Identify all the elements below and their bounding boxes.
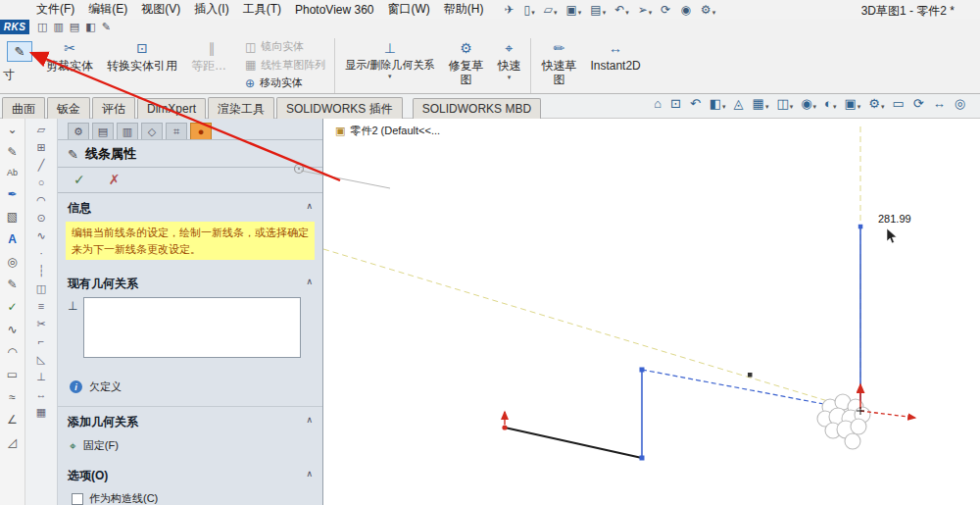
circle-tool-icon[interactable]: ○ bbox=[38, 177, 45, 188]
existing-relations-header[interactable]: 现有几何关系 ∧ bbox=[58, 269, 322, 295]
commandmanager-tab[interactable]: SOLIDWORKS MBD bbox=[413, 98, 541, 120]
linear-sketch-pattern-button[interactable]: ▦ 线性草图阵列 bbox=[245, 58, 325, 73]
sketch-start-point[interactable] bbox=[502, 425, 507, 429]
view-orientation-icon[interactable]: ▦▾ bbox=[753, 97, 769, 110]
sketch-endpoint[interactable] bbox=[858, 225, 863, 229]
rebuild-icon[interactable]: ⟳ bbox=[661, 4, 671, 16]
grid-icon[interactable]: ⊞ bbox=[36, 142, 45, 153]
sketch-endpoint[interactable] bbox=[640, 456, 645, 461]
display-delete-relations-button[interactable]: ⊥ 显示/删除几何关系 ▾ bbox=[338, 38, 441, 93]
options-section-header[interactable]: 选项(O) ∧ bbox=[58, 461, 322, 487]
pm-tab-configuration[interactable]: ▤ bbox=[92, 123, 114, 139]
arc-tool-icon[interactable]: ◠ bbox=[36, 195, 46, 206]
trim-entities-button[interactable]: ✂ 剪裁实体 bbox=[39, 38, 100, 93]
triangle-icon[interactable]: ◿ bbox=[8, 436, 17, 448]
view-settings-icon[interactable]: ⚙▾ bbox=[868, 97, 884, 110]
wave-icon[interactable]: ≈ bbox=[9, 391, 16, 403]
open-icon[interactable]: ▱▾ bbox=[544, 4, 558, 16]
menu-item[interactable]: 窗口(W) bbox=[381, 0, 437, 20]
arc-icon[interactable]: ◠ bbox=[7, 346, 17, 358]
dimension-icon[interactable]: ↔ bbox=[36, 389, 47, 400]
pan-view-icon[interactable]: ↔ bbox=[933, 97, 947, 110]
offset-entities-button[interactable]: ∥ 等距实体 bbox=[184, 38, 239, 93]
commandmanager-tab[interactable]: DimXpert bbox=[137, 98, 206, 120]
select-cursor-icon[interactable]: ➢▾ bbox=[638, 4, 653, 16]
abc-spell-icon[interactable]: Ab bbox=[7, 169, 18, 177]
split-view-icon[interactable]: ◧ bbox=[85, 21, 95, 33]
dimension-value[interactable]: 281.99 bbox=[878, 213, 911, 225]
appearance-ball-icon[interactable]: ◉ bbox=[680, 4, 691, 16]
zoom-to-area-icon[interactable]: ⊡ bbox=[670, 97, 682, 110]
check-icon[interactable]: ✓ bbox=[7, 301, 17, 313]
move-entities-button[interactable]: ⊕ 移动实体 bbox=[245, 76, 325, 90]
add-relations-header[interactable]: 添加几何关系 ∧ bbox=[58, 407, 322, 433]
rectangle-icon[interactable]: ▭ bbox=[7, 369, 18, 380]
construction-line-checkbox[interactable] bbox=[72, 493, 83, 505]
fillet-icon[interactable]: ⌐ bbox=[38, 336, 44, 347]
ink-pen-icon[interactable]: ✒ bbox=[7, 188, 17, 200]
centerline-icon[interactable]: ┆ bbox=[38, 266, 45, 277]
angle-icon[interactable]: ∠ bbox=[7, 414, 18, 426]
pm-tab-filter[interactable]: ⌗ bbox=[166, 123, 187, 139]
text-icon[interactable]: A bbox=[8, 233, 17, 245]
pm-tab-dimxpert[interactable]: ▥ bbox=[117, 123, 138, 139]
sketch-viewport[interactable]: 281.99 bbox=[323, 119, 980, 505]
undo-icon[interactable]: ↶▾ bbox=[614, 4, 629, 16]
menu-item[interactable]: 编辑(E) bbox=[81, 0, 134, 20]
annotate-pen-icon[interactable]: ✎ bbox=[102, 21, 111, 33]
menu-item[interactable]: 视图(V) bbox=[134, 0, 187, 20]
magnifier-icon[interactable]: ◎ bbox=[7, 256, 17, 268]
cascade-windows-icon[interactable]: ◫ bbox=[37, 21, 47, 33]
annotation-view-icon[interactable]: ◬ bbox=[734, 97, 745, 110]
trim-icon[interactable]: ✂ bbox=[36, 319, 45, 329]
menu-item[interactable]: 文件(F) bbox=[29, 0, 81, 20]
fix-relation-button[interactable]: ⌖ 固定(F) bbox=[58, 433, 322, 461]
display-style-icon[interactable]: ◫▾ bbox=[776, 97, 793, 110]
save-icon[interactable]: ▣▾ bbox=[565, 4, 581, 16]
pm-tab-active[interactable]: ● bbox=[190, 123, 212, 139]
relations-listbox[interactable] bbox=[83, 297, 301, 358]
ok-button[interactable]: ✓ bbox=[74, 172, 85, 187]
sketch-endpoint[interactable] bbox=[640, 368, 645, 373]
pm-tab-display[interactable]: ◇ bbox=[141, 123, 163, 139]
sketch-line-black[interactable] bbox=[505, 428, 642, 458]
repair-sketch-button[interactable]: ⚙ 修复草图 bbox=[441, 38, 490, 93]
construction-line-diagonal[interactable] bbox=[323, 249, 860, 411]
print-icon[interactable]: ▤▾ bbox=[590, 4, 606, 16]
smart-dimension-icon[interactable]: ✎ bbox=[7, 146, 17, 158]
hide-show-items-icon[interactable]: ◉▾ bbox=[801, 97, 816, 110]
magnifier-icon[interactable]: ◎ bbox=[955, 97, 966, 110]
pencil-icon[interactable]: ✎ bbox=[7, 278, 17, 290]
pm-tab-property[interactable]: ⚙ bbox=[68, 123, 89, 139]
quick-snaps-button[interactable]: ⌖ 快速 ▾ bbox=[490, 38, 527, 93]
feature-tree-item[interactable]: ▣ 零件2 (Default<<... bbox=[335, 124, 440, 138]
graphics-area[interactable]: ▣ 零件2 (Default<<... bbox=[323, 119, 980, 505]
sketch-tab-icon[interactable]: ▱ bbox=[37, 125, 45, 135]
cancel-button[interactable]: ✗ bbox=[109, 172, 121, 187]
rapid-sketch-button[interactable]: ✏ 快速草图 bbox=[534, 38, 583, 93]
options-gear-icon[interactable]: ⚙▾ bbox=[701, 4, 715, 16]
edit-appearance-icon[interactable]: ◐▾ bbox=[824, 97, 836, 110]
pattern-icon[interactable]: ▦ bbox=[36, 407, 46, 418]
mirror-icon[interactable]: ◫ bbox=[36, 283, 46, 294]
apply-scene-icon[interactable]: ▣▾ bbox=[844, 97, 860, 110]
mirror-entities-button[interactable]: ◫ 镜向实体 bbox=[245, 39, 325, 54]
menu-item[interactable]: 工具(T) bbox=[236, 0, 288, 20]
camera-view-icon[interactable]: ▭ bbox=[892, 97, 905, 110]
info-section-header[interactable]: 信息 ∧ bbox=[58, 193, 322, 220]
section-view-icon[interactable]: ◧▾ bbox=[710, 97, 726, 110]
point-icon[interactable]: · bbox=[39, 248, 43, 259]
line-tool-button[interactable]: ✎ bbox=[7, 41, 32, 62]
menu-item[interactable]: PhotoView 360 bbox=[288, 1, 381, 19]
viewport-icon[interactable]: ▤ bbox=[70, 21, 79, 33]
ellipse-icon[interactable]: ⊙ bbox=[36, 213, 45, 224]
convert-entities-button[interactable]: ⊡ 转换实体引用 bbox=[100, 38, 184, 93]
new-document-icon[interactable]: ▯▾ bbox=[524, 4, 535, 16]
previous-view-icon[interactable]: ↶ bbox=[690, 97, 702, 110]
menu-item[interactable]: 帮助(H) bbox=[437, 0, 491, 20]
chamfer-icon[interactable]: ◺ bbox=[37, 354, 45, 365]
midpoint-handle[interactable] bbox=[748, 373, 753, 378]
tile-windows-icon[interactable]: ▥ bbox=[53, 21, 63, 33]
spline-icon[interactable]: ∿ bbox=[7, 324, 17, 335]
perpendicular-icon[interactable]: ⊥ bbox=[36, 372, 46, 382]
